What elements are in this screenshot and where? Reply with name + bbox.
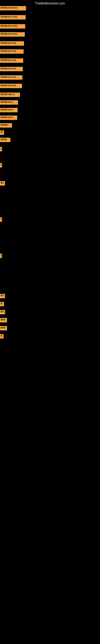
bottleneck-item: Bottleneck r: [0, 108, 18, 112]
bottleneck-item: B: [0, 334, 3, 338]
bottleneck-item: |: [0, 147, 2, 151]
bottleneck-item: Bo: [0, 181, 5, 186]
bottleneck-item: Bottleneck res: [0, 75, 22, 80]
bottleneck-item: B: [0, 302, 4, 306]
bottleneck-item: Bott: [0, 326, 7, 330]
bottleneck-item: Bottleneck resu: [0, 15, 26, 20]
bottleneck-item: Bottleneck r: [0, 100, 18, 105]
bottleneck-item: Bottleneck resu: [0, 24, 25, 28]
bottleneck-item: Bottleneck r: [0, 116, 17, 120]
bottleneck-item: Bottleneck re: [0, 92, 20, 97]
bottleneck-item: |: [0, 163, 2, 168]
bottleneck-item: Bottlen: [0, 123, 12, 128]
bottleneck-item: |: [0, 254, 2, 258]
site-title: TheBottlenecker.com: [0, 0, 100, 7]
bottleneck-item: Bottleneck res: [0, 84, 22, 88]
bottleneck-item: B: [0, 130, 4, 135]
bottleneck-item: Bo: [0, 294, 5, 298]
bottleneck-item: Bo: [0, 310, 5, 314]
bottleneck-item: Bottle: [0, 138, 10, 142]
bottleneck-item: |: [0, 217, 2, 222]
bottleneck-item: Bott: [0, 318, 7, 322]
bottleneck-item: Bottleneck res: [0, 58, 23, 63]
bottleneck-item: Bottleneck res: [0, 67, 23, 71]
bottleneck-item: Bottleneck res: [0, 41, 24, 46]
bottleneck-item: Bottleneck resu: [0, 32, 25, 37]
bottleneck-item: Bottleneck resu: [0, 6, 26, 10]
bottleneck-item: Bottleneck res: [0, 49, 24, 54]
